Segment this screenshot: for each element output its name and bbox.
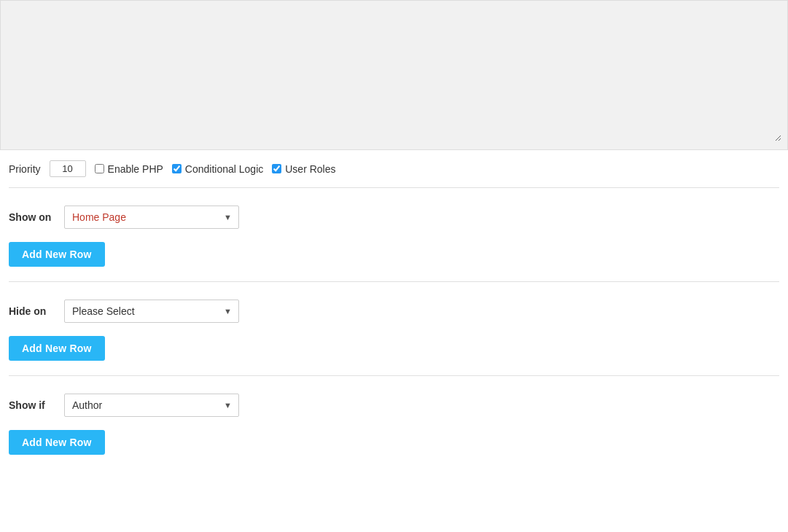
hide-on-select-wrapper: Please Select Home Page Blog Page Archiv…: [64, 300, 239, 323]
show-if-label: Show if: [9, 399, 52, 411]
enable-php-checkbox[interactable]: [95, 164, 104, 173]
show-on-section: Show on Home Page Blog Page Archive Sear…: [0, 188, 788, 281]
enable-php-label: Enable PHP: [108, 163, 163, 175]
user-roles-checkbox[interactable]: [272, 164, 281, 173]
show-if-add-new-row-button[interactable]: Add New Row: [9, 430, 105, 455]
show-on-select[interactable]: Home Page Blog Page Archive Search 404: [64, 206, 239, 229]
hide-on-label: Hide on: [9, 305, 52, 317]
show-on-label: Show on: [9, 211, 52, 223]
code-textarea[interactable]: [7, 7, 781, 141]
page-wrapper: Priority Enable PHP Conditional Logic Us…: [0, 0, 788, 469]
conditional-logic-group: Conditional Logic: [172, 163, 263, 175]
show-if-section: Show if Author Category Tag Post Type Da…: [0, 376, 788, 469]
user-roles-label: User Roles: [285, 163, 335, 175]
show-if-select[interactable]: Author Category Tag Post Type Date: [64, 394, 239, 417]
show-on-select-wrapper: Home Page Blog Page Archive Search 404: [64, 206, 239, 229]
conditional-logic-label: Conditional Logic: [185, 163, 263, 175]
hide-on-add-new-row-button[interactable]: Add New Row: [9, 336, 105, 361]
textarea-section: [0, 0, 788, 150]
hide-on-row: Hide on Please Select Home Page Blog Pag…: [9, 300, 779, 323]
priority-label: Priority: [9, 163, 41, 175]
hide-on-select[interactable]: Please Select Home Page Blog Page Archiv…: [64, 300, 239, 323]
enable-php-group: Enable PHP: [95, 163, 163, 175]
show-on-add-new-row-button[interactable]: Add New Row: [9, 242, 105, 267]
show-on-row: Show on Home Page Blog Page Archive Sear…: [9, 206, 779, 229]
priority-input[interactable]: [50, 160, 86, 177]
show-if-select-wrapper: Author Category Tag Post Type Date: [64, 394, 239, 417]
user-roles-group: User Roles: [272, 163, 335, 175]
conditional-logic-checkbox[interactable]: [172, 164, 182, 173]
hide-on-section: Hide on Please Select Home Page Blog Pag…: [0, 282, 788, 375]
show-if-row: Show if Author Category Tag Post Type Da…: [9, 394, 779, 417]
priority-row: Priority Enable PHP Conditional Logic Us…: [0, 150, 788, 187]
